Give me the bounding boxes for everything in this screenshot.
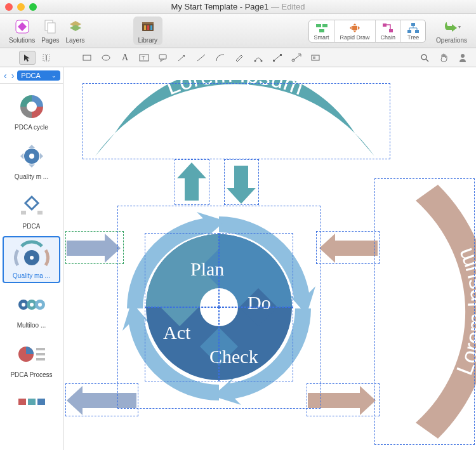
svg-rect-6	[147, 25, 149, 30]
thumb-multiloop-icon	[13, 289, 50, 320]
svg-text:T: T	[142, 55, 145, 61]
main-toolbar: Solutions Pages Layers Library Smart Rap	[0, 14, 476, 48]
selection-wheel-do[interactable]	[219, 233, 293, 307]
smart-label: Smart	[314, 34, 329, 41]
svg-rect-5	[144, 25, 146, 30]
svg-rect-8	[316, 24, 321, 27]
shapes-sidebar: ‹ › PDCA ⌄ PDCA cycle Quality m ... PDCA	[0, 67, 63, 450]
svg-rect-4	[142, 22, 154, 24]
pointer-tool[interactable]	[19, 51, 36, 65]
svg-line-25	[197, 55, 205, 61]
svg-point-49	[38, 303, 42, 307]
svg-point-43	[30, 256, 34, 260]
thumb-pdca-cycle[interactable]: PDCA cycle	[3, 88, 60, 135]
thumb-label: PDCA	[23, 223, 41, 230]
toolbar-left-group: Solutions Pages Layers	[6, 17, 88, 45]
thumb-pdca-process[interactable]: PDCA Process	[3, 335, 60, 382]
sidebar-forward-button[interactable]: ›	[10, 70, 16, 81]
svg-rect-41	[37, 211, 43, 215]
thumb-pdca[interactable]: PDCA	[3, 187, 60, 234]
svg-line-36	[426, 59, 428, 62]
svg-point-27	[261, 60, 263, 62]
svg-rect-30	[280, 54, 282, 56]
curve-tool[interactable]	[212, 51, 228, 65]
chain-mode-button[interactable]: Chain	[376, 20, 402, 42]
thumb-extra[interactable]	[3, 385, 60, 423]
hand-tool[interactable]	[435, 51, 452, 65]
sidebar-header: ‹ › PDCA ⌄	[0, 67, 63, 84]
pages-button[interactable]: Pages	[39, 17, 62, 45]
selection-wheel-plan[interactable]	[145, 233, 219, 307]
thumb-pdca-cycle-icon	[13, 91, 50, 122]
rect-shape-tool[interactable]	[79, 51, 95, 65]
thumb-multiloop[interactable]: Multiloo ...	[3, 286, 60, 333]
rapid-draw-button[interactable]: Rapid Draw	[335, 20, 376, 42]
thumb-label: Quality m ...	[15, 173, 48, 180]
window-titlebar: My Start Template - Page1 — Edited	[0, 0, 476, 14]
svg-point-48	[30, 303, 34, 307]
connector-tool[interactable]	[288, 51, 305, 65]
layers-button[interactable]: Layers	[63, 17, 88, 45]
svg-point-35	[421, 55, 426, 60]
arrow-tool[interactable]	[174, 51, 190, 65]
search-tool[interactable]	[416, 51, 433, 65]
thumb-extra-icon	[13, 388, 50, 419]
thumb-quality-m1[interactable]: Quality m ...	[3, 137, 60, 184]
text-cursor-tool[interactable]	[38, 51, 55, 65]
svg-rect-2	[48, 23, 55, 33]
pages-icon	[41, 18, 59, 36]
text-tool[interactable]: A	[117, 51, 133, 65]
selection-right-arc[interactable]	[374, 178, 475, 445]
svg-rect-53	[36, 358, 45, 361]
chevron-down-icon: ⌄	[51, 72, 56, 79]
svg-rect-7	[150, 25, 152, 30]
pencil-tool[interactable]	[231, 51, 248, 65]
line-tool[interactable]	[193, 51, 209, 65]
tree-label: Tree	[407, 34, 419, 41]
solutions-button[interactable]: Solutions	[6, 17, 37, 45]
drawing-canvas[interactable]: Lorem Ipsum Plan Do Check Act	[63, 67, 476, 450]
selection-wheel-act[interactable]	[145, 307, 219, 381]
sidebar-library-select[interactable]: PDCA ⌄	[17, 70, 60, 81]
sidebar-back-button[interactable]: ‹	[3, 70, 8, 81]
svg-rect-11	[352, 26, 357, 30]
svg-point-26	[255, 60, 256, 62]
user-tool[interactable]	[454, 51, 471, 65]
svg-rect-23	[159, 55, 166, 59]
selection-arrow-up[interactable]	[175, 159, 209, 205]
thumb-pdca-icon	[13, 190, 50, 221]
selection-top-arc[interactable]	[83, 83, 390, 159]
thumb-label: Multiloo ...	[17, 322, 46, 329]
sidebar-library-label: PDCA	[21, 72, 41, 79]
container-tool[interactable]	[307, 51, 324, 65]
callout-tool[interactable]	[155, 51, 171, 65]
pen-tool[interactable]	[250, 51, 267, 65]
pages-label: Pages	[41, 37, 59, 44]
svg-rect-51	[36, 348, 45, 350]
selection-wheel-check[interactable]	[219, 307, 293, 381]
textbox-tool[interactable]: T	[136, 51, 152, 65]
smart-icon	[315, 22, 329, 34]
title-main: My Start Template - Page1	[171, 2, 269, 11]
thumb-quality-ma[interactable]: Quality ma ...	[3, 236, 60, 283]
thumb-label: PDCA cycle	[15, 124, 48, 131]
thumb-pdca-process-icon	[13, 339, 50, 369]
tree-icon	[406, 22, 420, 34]
tree-mode-button[interactable]: Tree	[401, 20, 425, 42]
svg-rect-13	[389, 29, 393, 32]
edit-points-tool[interactable]	[269, 51, 286, 65]
operations-label: Operations	[436, 37, 467, 44]
ellipse-shape-tool[interactable]	[98, 51, 114, 65]
svg-point-47	[22, 303, 25, 307]
svg-rect-52	[36, 353, 45, 355]
svg-rect-40	[21, 211, 26, 215]
draw-mode-segment: Smart Rapid Draw Chain Tree	[308, 20, 426, 43]
svg-rect-15	[407, 30, 411, 33]
library-button[interactable]: Library	[133, 17, 163, 45]
smart-mode-button[interactable]: Smart	[309, 20, 335, 42]
rapid-label: Rapid Draw	[340, 34, 370, 41]
operations-button[interactable]: ▾ Operations	[433, 17, 470, 45]
title-suffix: — Edited	[268, 2, 305, 11]
rapid-icon	[348, 22, 362, 34]
selection-arrow-down[interactable]	[224, 159, 259, 205]
